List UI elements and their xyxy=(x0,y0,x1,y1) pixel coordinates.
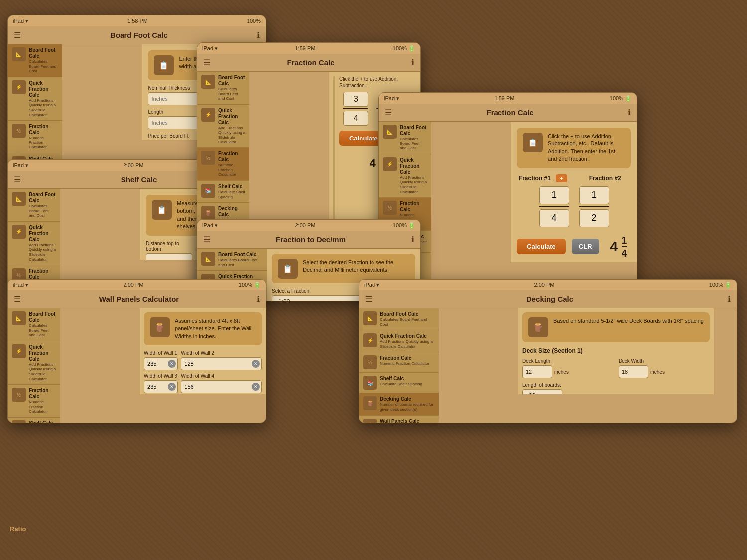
sidebar-6: 📐 Board Foot CalcCalculates Board Feet a… xyxy=(8,308,60,423)
si-icon-deck-3: 🪵 xyxy=(201,206,215,220)
si-qfrac-3[interactable]: ⚡ Quick Fraction CalcAdd Fractions Quick… xyxy=(197,105,249,148)
si-board-3[interactable]: 📐 Board Foot CalcCalculates Board Feet a… xyxy=(197,72,249,105)
si-frac-3[interactable]: ½ Fraction CalcNumeric Fraction Calculat… xyxy=(197,148,249,181)
fraction-right-info-text: Click the + to use Addition, Subtraction… xyxy=(548,133,625,163)
wall3-input-wrap: ✕ xyxy=(144,380,178,393)
si-icon-frac-4: ½ xyxy=(383,201,397,215)
fraction-right-info: 📋 Click the + to use Addition, Subtracti… xyxy=(517,128,631,168)
wall4-input-wrap: ✕ xyxy=(181,380,262,393)
si-board-5[interactable]: 📐 Board Foot CalcCalculates Board Feet a… xyxy=(197,249,267,271)
calc-btn-r[interactable]: Calculate xyxy=(517,239,566,254)
nav-title-5: Fraction to Dec/mm xyxy=(276,235,346,244)
deck-width-inputs: inches xyxy=(619,365,710,378)
result-area-r: 4 1 4 xyxy=(610,235,627,258)
wall-main: 🪵 Assumes standard 4ft x 8ft panel/sheet… xyxy=(140,308,266,394)
status-bar-5: iPad ▾ 2:00 PM 100% 🔋 xyxy=(197,220,420,231)
menu-icon-6[interactable]: ☰ xyxy=(14,294,21,304)
thickness-input[interactable] xyxy=(148,92,201,105)
info-icon-3[interactable]: ℹ xyxy=(411,58,414,67)
frac1-den-r[interactable] xyxy=(539,209,569,227)
deck-length-input[interactable] xyxy=(522,365,552,378)
si-frac-7[interactable]: ½ Fraction CalcNumeric Fraction Calculat… xyxy=(359,352,439,373)
si-icon-b7: 📐 xyxy=(363,311,377,325)
time-1: 1:58 PM xyxy=(127,18,148,24)
wall2-input-wrap: ✕ xyxy=(181,357,262,370)
length-group: Length xyxy=(148,109,201,129)
ipad-label-6: iPad ▾ xyxy=(13,282,28,288)
menu-icon-2[interactable]: ☰ xyxy=(14,175,21,184)
deck-size-row: Deck Length inches Deck Width inches xyxy=(522,358,710,378)
si-shelf-3[interactable]: 📚 Shelf CalcCalculate Shelf Spacing xyxy=(197,181,249,203)
battery-7: 100% 🔋 xyxy=(709,282,732,288)
info-icon-5[interactable]: ℹ xyxy=(411,235,414,244)
price-group: Price per Board Ft Optional xyxy=(148,133,201,140)
menu-icon-7[interactable]: ☰ xyxy=(365,294,372,304)
battery-5: 100% 🔋 xyxy=(393,222,415,229)
si-shelf-7[interactable]: 📚 Shelf CalcCalculate Shelf Spacing xyxy=(359,373,439,393)
time-5: 2:00 PM xyxy=(295,222,315,228)
info-icon-1[interactable]: ℹ xyxy=(257,30,260,40)
menu-icon-4[interactable]: ☰ xyxy=(385,108,392,117)
fraction-mid-tip: Click the + to use Addition, Subtraction… xyxy=(339,76,419,89)
sidebar-item-frac-1[interactable]: ½ Fraction Calc Numeric Fraction Calcula… xyxy=(8,121,62,153)
decking-calc-window: iPad ▾ 2:00 PM 100% 🔋 ☰ Decking Calc ℹ 📐… xyxy=(359,279,737,423)
sidebar-item-quick-frac-1[interactable]: ⚡ Quick Fraction Calc Add Fractions Quic… xyxy=(8,77,62,121)
frac1-num[interactable] xyxy=(343,92,368,107)
info-icon-4[interactable]: ℹ xyxy=(628,108,631,117)
deck-width-input[interactable] xyxy=(619,365,648,378)
si-shelf-6[interactable]: 📚 Shelf CalcCalculate Shelf Spacing xyxy=(8,418,60,423)
calc-result-row: Calculate CLR 4 1 4 xyxy=(517,235,631,258)
si-board-7[interactable]: 📐 Board Foot CalcCalculates Board Feet a… xyxy=(359,308,439,330)
si-board-2[interactable]: 📐 Board Foot CalcCalculates Board Feet a… xyxy=(8,189,60,222)
si-board-6[interactable]: 📐 Board Foot CalcCalculates Board Feet a… xyxy=(8,308,60,341)
frac1-num-r[interactable] xyxy=(539,186,569,204)
si-qf-7[interactable]: ⚡ Quick Fraction CalcAdd Fractions Quick… xyxy=(359,330,439,352)
sidebar-item-board-foot-1[interactable]: 📐 Board Foot Calc Calculates Board Feet … xyxy=(8,44,62,77)
ipad-label-3: iPad ▾ xyxy=(202,45,218,52)
frac2-den-r[interactable] xyxy=(579,209,609,227)
si-wall-7[interactable]: 🏠 Wall Panels CalcEstimate Sheets of Ply… xyxy=(359,416,439,423)
si-deck-7[interactable]: 🪵 Decking CalcNumber of boards required … xyxy=(359,393,439,415)
dist-group: Distance top to bottom xyxy=(146,241,192,260)
nav-title-3: Fraction Calc xyxy=(287,58,334,67)
nav-bar-7: ☰ Decking Calc ℹ xyxy=(359,290,737,308)
shelf-form-1: Distance top to bottom xyxy=(146,241,192,260)
length-input[interactable] xyxy=(148,116,201,129)
thickness-label: Nominal Thickness xyxy=(148,85,201,91)
clr-btn-r[interactable]: CLR xyxy=(572,239,599,254)
board-length-select[interactable]: 8ft 10ft 12ft xyxy=(522,389,562,394)
frac-icon-1: ½ xyxy=(12,124,26,138)
si-frac-6[interactable]: ½ Fraction CalcNumeric Fraction Calculat… xyxy=(8,385,60,418)
deck-length-inputs: inches xyxy=(522,365,614,378)
info-icon-6[interactable]: ℹ xyxy=(257,294,260,304)
status-bar-1: iPad ▾ 1:58 PM 100% xyxy=(8,15,266,26)
si-icon-deck7: 🪵 xyxy=(363,396,377,410)
length-label: Length xyxy=(148,109,201,115)
frac1-den[interactable] xyxy=(343,111,368,126)
si-qfrac-4[interactable]: ⚡ Quick Fraction CalcAdd Fractions Quick… xyxy=(379,154,431,198)
frac2-num-r[interactable] xyxy=(579,186,609,204)
wall2-input[interactable] xyxy=(181,357,262,370)
wall1-group: Width of Wall 1 ✕ xyxy=(144,350,178,370)
fraction-right-info-icon: 📋 xyxy=(523,133,543,152)
wall4-input[interactable] xyxy=(181,380,262,393)
dist-input[interactable] xyxy=(146,253,192,260)
menu-icon-5[interactable]: ☰ xyxy=(203,235,210,244)
battery-3: 100% 🔋 xyxy=(393,45,415,52)
si-icon-frac7: ½ xyxy=(363,355,377,369)
info-icon-7[interactable]: ℹ xyxy=(728,294,731,304)
status-bar-4: iPad ▾ 1:59 PM 100% 🔋 xyxy=(379,93,637,104)
operator-btn[interactable]: + xyxy=(556,174,567,182)
nav-title-2: Shelf Calc xyxy=(121,175,157,184)
menu-icon-1[interactable]: ☰ xyxy=(14,30,21,40)
deck-length-unit: inches xyxy=(554,369,569,375)
nav-bar-5: ☰ Fraction to Dec/mm ℹ xyxy=(197,231,420,249)
si-icon-b6: 📐 xyxy=(12,311,26,325)
dist-label: Distance top to bottom xyxy=(146,241,192,252)
si-board-4[interactable]: 📐 Board Foot CalcCalculates Board Feet a… xyxy=(379,122,431,154)
sidebar-2: 📐 Board Foot CalcCalculates Board Feet a… xyxy=(8,189,60,288)
fraction-right-main: 📋 Click the + to use Addition, Subtracti… xyxy=(511,122,637,262)
si-qf-6[interactable]: ⚡ Quick Fraction CalcAdd Fractions Quick… xyxy=(8,341,60,385)
si-qfrac-2[interactable]: ⚡ Quick Fraction CalcAdd Fractions Quick… xyxy=(8,222,60,265)
menu-icon-3[interactable]: ☰ xyxy=(203,58,210,67)
